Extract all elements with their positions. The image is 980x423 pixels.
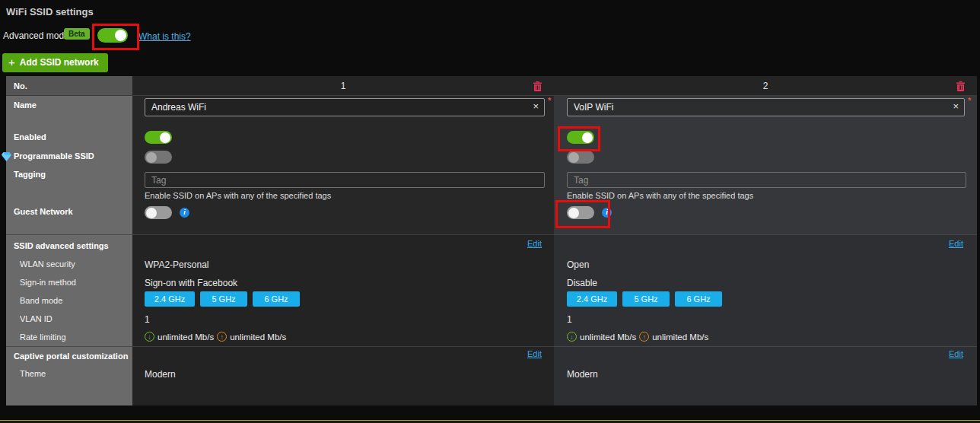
band-24ghz-button[interactable]: 2.4 GHz bbox=[145, 291, 195, 307]
band-24ghz-button[interactable]: 2.4 GHz bbox=[567, 291, 617, 307]
page-title: WiFi SSID settings bbox=[6, 6, 94, 17]
ssid2-vlan-id-value: 1 bbox=[567, 314, 572, 325]
signin-method-row-label: Sign-in method bbox=[20, 278, 76, 287]
ssid2-captive-edit-link[interactable]: Edit bbox=[949, 349, 963, 358]
ssid2-tag-field-wrap bbox=[567, 172, 966, 188]
ssid2-number: 2 bbox=[554, 76, 977, 96]
ssid1-wlan-security-value: WPA2-Personal bbox=[145, 259, 208, 270]
ssid1-tag-input[interactable] bbox=[145, 172, 545, 188]
ssid2-signin-method-value: Disable bbox=[567, 278, 597, 288]
advanced-mode-toggle[interactable] bbox=[97, 28, 128, 43]
what-is-this-link[interactable]: What is this? bbox=[138, 31, 191, 42]
ssid1-name-field-wrap: × bbox=[145, 98, 545, 116]
toggle-knob bbox=[146, 208, 157, 218]
ssid2-enabled-toggle[interactable] bbox=[567, 131, 594, 144]
ssid2-tag-help-text: Enable SSID on APs with any of the speci… bbox=[567, 191, 753, 200]
no-column-label: No. bbox=[14, 81, 27, 91]
sidebar-captive-section: Captive portal customization Theme bbox=[6, 347, 132, 406]
toggle-knob bbox=[115, 30, 126, 41]
add-ssid-network-button[interactable]: + Add SSID network bbox=[2, 53, 108, 72]
vlan-id-row-label: VLAN ID bbox=[20, 314, 52, 323]
ssid2-band-mode-buttons: 2.4 GHz 5 GHz 6 GHz bbox=[567, 291, 722, 307]
ssid1-captive-section: Edit Modern bbox=[132, 347, 554, 406]
ssid1-band-mode-buttons: 2.4 GHz 5 GHz 6 GHz bbox=[145, 291, 300, 307]
ssid2-name-input[interactable] bbox=[567, 98, 965, 116]
ssid1-guest-network-toggle[interactable] bbox=[145, 206, 172, 219]
trash-icon[interactable] bbox=[533, 81, 542, 94]
ssid1-header-cell: 1 bbox=[132, 76, 554, 96]
rate-limiting-row-label: Rate limiting bbox=[20, 332, 66, 342]
upload-rate-text: unlimited Mb/s bbox=[652, 332, 708, 342]
beta-badge: Beta bbox=[64, 28, 90, 40]
band-6ghz-button[interactable]: 6 GHz bbox=[675, 291, 722, 307]
guest-network-row-label: Guest Network bbox=[14, 207, 73, 216]
ssid2-name-field-wrap: × bbox=[567, 98, 965, 116]
ssid1-number: 1 bbox=[132, 76, 554, 96]
sidebar-basic-section: Name Enabled Programmable SSID Tagging G… bbox=[6, 96, 132, 235]
trash-icon[interactable] bbox=[956, 81, 965, 94]
band-5ghz-button[interactable]: 5 GHz bbox=[622, 291, 670, 307]
ssid1-captive-edit-link[interactable]: Edit bbox=[527, 349, 542, 358]
ssid2-theme-value: Modern bbox=[567, 369, 598, 380]
ssid1-basic-section: × * Enable SSID on APs with any of the s… bbox=[132, 96, 554, 235]
sidebar-advanced-section: SSID advanced settings WLAN security Sig… bbox=[6, 235, 132, 347]
ssid1-signin-method-value: Sign-on with Facebook bbox=[145, 278, 237, 288]
ssid2-guest-network-toggle[interactable] bbox=[567, 206, 594, 219]
ssid1-enabled-toggle[interactable] bbox=[145, 131, 172, 144]
theme-row-label: Theme bbox=[20, 369, 46, 378]
diamond-icon bbox=[2, 151, 11, 164]
toggle-knob bbox=[582, 132, 593, 143]
band-6ghz-button[interactable]: 6 GHz bbox=[253, 291, 300, 307]
ssid1-name-input[interactable] bbox=[145, 98, 545, 116]
required-marker: * bbox=[968, 96, 971, 105]
info-icon[interactable]: i bbox=[602, 208, 612, 218]
name-row-label: Name bbox=[14, 100, 37, 110]
ssid1-advanced-edit-link[interactable]: Edit bbox=[527, 239, 542, 248]
toggle-knob bbox=[146, 152, 157, 163]
ssid2-advanced-section: Edit Open Disable 2.4 GHz 5 GHz 6 GHz 1 … bbox=[554, 235, 977, 347]
ssid1-theme-value: Modern bbox=[145, 369, 176, 380]
band-mode-row-label: Band mode bbox=[20, 296, 62, 305]
ssid2-tag-input[interactable] bbox=[567, 172, 966, 188]
ssid2-advanced-edit-link[interactable]: Edit bbox=[949, 239, 963, 248]
upload-rate-icon: ↑ bbox=[217, 332, 227, 342]
clear-icon[interactable]: × bbox=[953, 101, 959, 112]
add-ssid-network-label: Add SSID network bbox=[20, 57, 99, 68]
toggle-knob bbox=[568, 152, 579, 163]
ssid1-tag-field-wrap bbox=[145, 172, 545, 188]
download-rate-text: unlimited Mb/s bbox=[158, 332, 214, 342]
upload-rate-icon: ↑ bbox=[639, 332, 649, 342]
wlan-security-row-label: WLAN security bbox=[20, 259, 75, 269]
tagging-row-label: Tagging bbox=[14, 170, 46, 179]
download-rate-text: unlimited Mb/s bbox=[580, 332, 636, 342]
captive-portal-header: Captive portal customization bbox=[14, 351, 128, 361]
ssid-settings-table: No. Name Enabled Programmable SSID Taggi… bbox=[6, 76, 977, 406]
info-icon[interactable]: i bbox=[180, 208, 189, 218]
toggle-knob bbox=[160, 132, 170, 143]
ssid1-vlan-id-value: 1 bbox=[145, 314, 150, 325]
ssid1-tag-help-text: Enable SSID on APs with any of the speci… bbox=[145, 191, 331, 200]
ssid1-advanced-section: Edit WPA2-Personal Sign-on with Facebook… bbox=[132, 235, 554, 347]
ssid2-basic-section: × * Enable SSID on APs with any of the s… bbox=[554, 96, 977, 235]
enabled-row-label: Enabled bbox=[14, 132, 46, 142]
download-rate-icon: ↓ bbox=[567, 332, 577, 342]
programmable-ssid-row-label: Programmable SSID bbox=[14, 151, 94, 161]
upload-rate-text: unlimited Mb/s bbox=[230, 332, 286, 342]
ssid2-programmable-ssid-toggle[interactable] bbox=[567, 151, 594, 164]
required-marker: * bbox=[548, 96, 551, 105]
ssid2-wlan-security-value: Open bbox=[567, 259, 589, 270]
advanced-mode-label: Advanced mode: bbox=[3, 30, 72, 41]
ssid2-header-cell: 2 bbox=[554, 76, 977, 96]
header-row-label-cell: No. bbox=[6, 76, 132, 96]
clear-icon[interactable]: × bbox=[533, 101, 539, 112]
ssid2-captive-section: Edit Modern bbox=[554, 347, 977, 406]
ssid1-programmable-ssid-toggle[interactable] bbox=[145, 151, 172, 164]
band-5ghz-button[interactable]: 5 GHz bbox=[200, 291, 247, 307]
advanced-settings-header: SSID advanced settings bbox=[14, 241, 109, 250]
toggle-knob bbox=[568, 208, 579, 218]
download-rate-icon: ↓ bbox=[145, 332, 154, 342]
plus-icon: + bbox=[8, 58, 15, 67]
ssid2-rate-limiting-value: ↓ unlimited Mb/s ↑ unlimited Mb/s bbox=[567, 332, 708, 342]
ssid1-rate-limiting-value: ↓ unlimited Mb/s ↑ unlimited Mb/s bbox=[145, 332, 286, 342]
